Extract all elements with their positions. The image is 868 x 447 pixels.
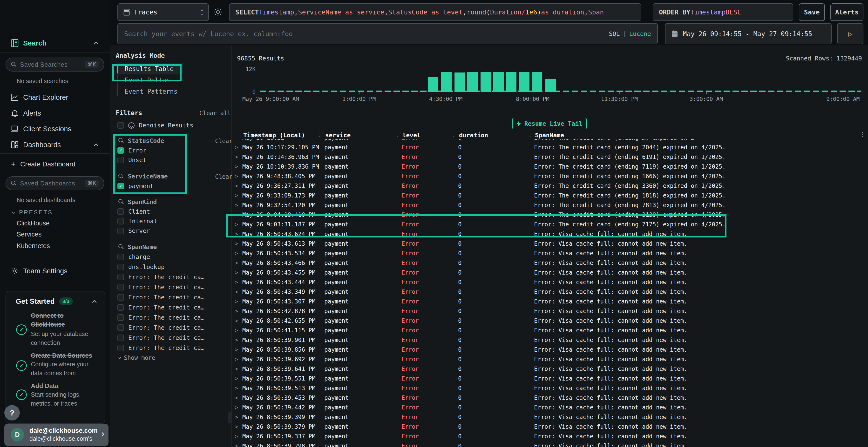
lang-sql-option[interactable]: SQL <box>609 30 620 37</box>
table-row[interactable]: >May 26 10:14:36.963 PMpaymentError0Erro… <box>235 152 864 162</box>
table-row[interactable]: >May 26 9:04:18.410 PMpaymentError0Error… <box>235 210 864 220</box>
table-row[interactable]: >May 26 9:03:31.187 PMpaymentError0Error… <box>235 220 864 229</box>
search-input[interactable]: Search your events w/ Lucene ex. column:… <box>117 23 658 44</box>
denoise-checkbox[interactable] <box>117 122 124 129</box>
show-more-toggle[interactable]: Show more <box>110 353 231 363</box>
filter-option-client[interactable]: Client <box>110 207 231 216</box>
table-row[interactable]: >May 26 8:50:42.655 PMpaymentError0Error… <box>235 316 864 325</box>
histogram-bar[interactable] <box>506 72 517 92</box>
filter-option-error-the-credit-card-[interactable]: Error: The credit card … <box>110 312 231 322</box>
table-row[interactable]: >May 26 8:50:43.349 PMpaymentError0Error… <box>235 287 864 297</box>
filter-option-error-the-credit-card-[interactable]: Error: The credit card … <box>110 272 231 282</box>
table-row[interactable]: >May 26 10:2…paymentError0Error: The cre… <box>235 139 864 143</box>
table-row[interactable]: >May 26 8:50:39.337 PMpaymentError0Error… <box>235 432 864 441</box>
table-row[interactable]: >May 26 8:50:43.624 PMpaymentError0Error… <box>235 229 864 239</box>
table-row[interactable]: >May 26 8:50:39.692 PMpaymentError0Error… <box>235 354 864 364</box>
table-row[interactable]: >May 26 8:50:39.551 PMpaymentError0Error… <box>235 374 864 383</box>
sidebar-item-client-sessions[interactable]: Client Sessions <box>0 123 110 135</box>
table-row[interactable]: >May 26 8:50:43.613 PMpaymentError0Error… <box>235 239 864 248</box>
preset-link-kubernetes[interactable]: Kubernetes <box>17 242 50 250</box>
sidebar-item-dashboards[interactable]: Dashboards <box>0 138 110 151</box>
checkbox-unchecked[interactable] <box>117 218 124 225</box>
table-row[interactable]: >May 26 8:50:39.641 PMpaymentError0Error… <box>235 364 864 374</box>
checkbox-unchecked[interactable] <box>117 294 124 301</box>
preset-link-clickhouse[interactable]: ClickHouse <box>17 220 50 227</box>
run-query-button[interactable]: ▷ <box>837 23 863 44</box>
histogram-bar[interactable] <box>480 72 491 92</box>
checkbox-unchecked[interactable] <box>117 304 124 311</box>
filter-option-dns-lookup[interactable]: dns.lookup <box>110 262 231 272</box>
histogram-bar[interactable] <box>467 72 478 92</box>
table-row[interactable]: >May 26 8:50:39.298 PMpaymentError0Error… <box>235 441 864 447</box>
source-select[interactable]: Traces <box>117 3 209 21</box>
alerts-button[interactable]: Alerts <box>830 3 863 21</box>
filter-option-unset[interactable]: Unset <box>110 155 231 165</box>
filter-option-payment[interactable]: ✓payment <box>110 181 231 191</box>
checkbox-unchecked[interactable] <box>117 314 124 321</box>
table-row[interactable]: >May 26 10:10:39.836 PMpaymentError0Erro… <box>235 162 864 171</box>
clear-all-link[interactable]: Clear all <box>199 110 231 116</box>
col-resize-handle[interactable]: ⋮ <box>317 132 322 138</box>
checkbox-unchecked[interactable] <box>117 345 124 351</box>
checkbox-unchecked[interactable] <box>117 274 124 280</box>
table-row[interactable]: >May 26 9:32:54.120 PMpaymentError0Error… <box>235 200 864 210</box>
column-header-duration[interactable]: duration <box>458 132 534 139</box>
histogram-bar[interactable] <box>493 72 504 92</box>
sidebar-item-team-settings[interactable]: Team Settings <box>0 265 110 277</box>
sql-orderby-input[interactable]: ORDER BY Timestamp DESC <box>653 3 793 21</box>
table-row[interactable]: >May 26 8:50:43.307 PMpaymentError0Error… <box>235 297 864 306</box>
filter-option-internal[interactable]: Internal <box>110 216 231 226</box>
denoise-results-row[interactable]: Denoise Results <box>117 122 193 129</box>
table-row[interactable]: >May 26 9:33:09.173 PMpaymentError0Error… <box>235 191 864 200</box>
table-row[interactable]: >May 26 8:50:41.115 PMpaymentError0Error… <box>235 325 864 335</box>
checkbox-unchecked[interactable] <box>117 335 124 341</box>
histogram-bar[interactable] <box>532 72 542 92</box>
checkbox-checked[interactable]: ✓ <box>117 183 124 189</box>
filter-option-error-the-credit-card-[interactable]: Error: The credit card … <box>110 322 231 333</box>
table-row[interactable]: >May 26 8:50:43.455 PMpaymentError0Error… <box>235 268 864 277</box>
table-row[interactable]: >May 26 8:50:39.513 PMpaymentError0Error… <box>235 383 864 393</box>
analysis-mode-event-deltas[interactable]: Event Deltas <box>116 74 227 86</box>
resume-live-tail-button[interactable]: Resume Live Tail <box>512 118 587 129</box>
table-row[interactable]: >May 26 9:36:27.311 PMpaymentError0Error… <box>235 181 864 191</box>
histogram-bar[interactable] <box>441 72 452 92</box>
table-row[interactable]: >May 26 8:50:39.453 PMpaymentError0Error… <box>235 393 864 403</box>
presets-toggle[interactable]: PRESETS <box>12 209 53 216</box>
filter-option-error-the-credit-card-[interactable]: Error: The credit card … <box>110 282 231 292</box>
save-button[interactable]: Save <box>799 3 825 21</box>
sidebar-item-search[interactable]: Search <box>0 37 110 49</box>
sql-select-input[interactable]: SELECT Timestamp, ServiceName as service… <box>229 3 641 21</box>
table-row[interactable]: >May 26 8:50:43.444 PMpaymentError0Error… <box>235 277 864 287</box>
col-resize-handle[interactable]: ⋮ <box>451 132 456 138</box>
column-menu-icon[interactable]: ⋮ <box>859 131 866 138</box>
filter-option-error-the-credit-card-[interactable]: Error: The credit card … <box>110 333 231 343</box>
filter-option-server[interactable]: Server <box>110 226 231 236</box>
table-row[interactable]: >May 26 8:50:43.534 PMpaymentError0Error… <box>235 248 864 258</box>
checkbox-unchecked[interactable] <box>117 157 124 163</box>
table-row[interactable]: >May 26 8:50:42.878 PMpaymentError0Error… <box>235 306 864 316</box>
filter-option-error-the-credit-card-[interactable]: Error: The credit card … <box>110 292 231 302</box>
checkbox-unchecked[interactable] <box>117 208 124 215</box>
source-settings-gear-icon[interactable] <box>213 7 223 18</box>
table-row[interactable]: >May 26 8:50:39.379 PMpaymentError0Error… <box>235 422 864 432</box>
table-row[interactable]: >May 26 9:48:38.405 PMpaymentError0Error… <box>235 171 864 181</box>
user-menu[interactable]: D dale@clickhouse.com dale@clickhouse.co… <box>4 424 108 446</box>
create-dashboard-button[interactable]: + Create Dashboard <box>0 158 110 171</box>
checkbox-unchecked[interactable] <box>117 324 124 331</box>
checkbox-unchecked[interactable] <box>117 284 124 290</box>
histogram-bar[interactable] <box>546 79 556 92</box>
table-row[interactable]: >May 26 8:50:39.901 PMpaymentError0Error… <box>235 335 864 345</box>
col-resize-handle[interactable]: ⋮ <box>528 132 533 138</box>
histogram-bar[interactable] <box>455 72 465 92</box>
help-button[interactable]: ? <box>4 405 20 420</box>
table-row[interactable]: >May 26 8:50:39.856 PMpaymentError0Error… <box>235 345 864 354</box>
table-row[interactable]: >May 26 8:50:43.466 PMpaymentError0Error… <box>235 258 864 268</box>
analysis-mode-event-patterns[interactable]: Event Patterns <box>116 86 227 97</box>
sidebar-item-alerts[interactable]: Alerts <box>0 107 110 119</box>
date-range-picker[interactable]: May 26 09:14:55 - May 27 09:14:55 <box>665 23 832 44</box>
histogram-bar[interactable] <box>428 77 438 92</box>
checkbox-unchecked[interactable] <box>117 253 124 260</box>
chevron-up-icon[interactable] <box>92 300 96 304</box>
table-row[interactable]: >May 26 8:50:39.399 PMpaymentError0Error… <box>235 412 864 422</box>
col-resize-handle[interactable]: ⋮ <box>395 132 400 138</box>
